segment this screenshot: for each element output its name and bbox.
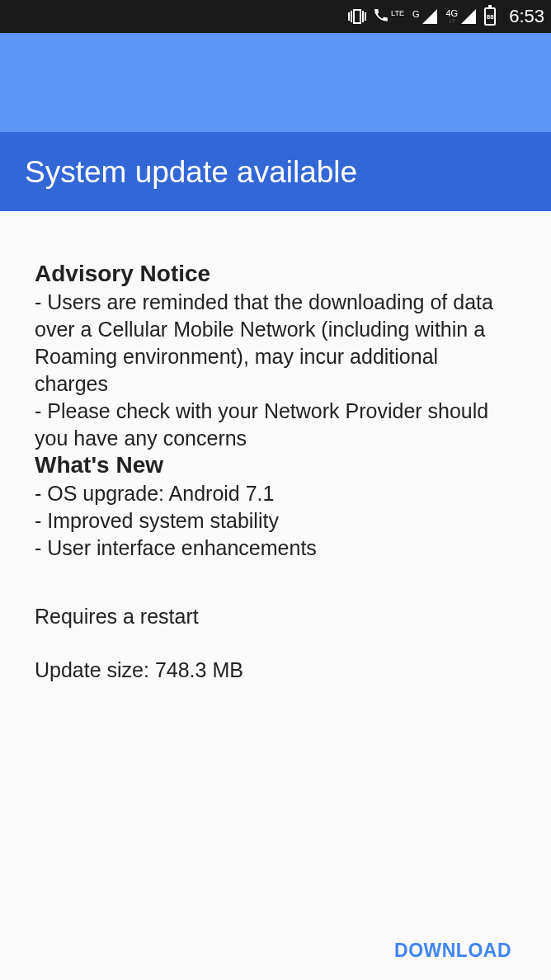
whatsnew-line-1: - OS upgrade: Android 7.1 — [35, 480, 516, 507]
battery-percentage: 88 — [487, 13, 494, 21]
footer-actions: DOWNLOAD — [394, 940, 511, 962]
signal-1: G — [412, 9, 438, 24]
lte-label: LTE — [391, 9, 404, 17]
download-button[interactable]: DOWNLOAD — [394, 940, 511, 962]
battery-icon: 88 — [484, 7, 496, 26]
signal-icon-2 — [461, 9, 476, 24]
restart-notice: Requires a restart — [35, 603, 516, 630]
update-size: Update size: 748.3 MB — [35, 657, 516, 684]
whatsnew-line-3: - User interface enhancements — [35, 535, 516, 562]
whatsnew-heading: What's New — [35, 452, 516, 478]
advisory-heading: Advisory Notice — [35, 261, 516, 287]
content-area: Advisory Notice - Users are reminded tha… — [0, 211, 551, 700]
vibrate-icon — [348, 9, 366, 24]
whatsnew-line-2: - Improved system stability — [35, 507, 516, 535]
phone-lte-icon: LTE — [374, 9, 404, 24]
status-bar: LTE G 4G ↓↑ 88 6:53 — [0, 0, 551, 33]
header-banner — [0, 33, 551, 132]
clock: 6:53 — [509, 6, 544, 27]
data-arrows-icon: ↓↑ — [449, 18, 455, 25]
signal-2: 4G ↓↑ — [445, 9, 476, 25]
status-icons: LTE G 4G ↓↑ 88 6:53 — [348, 6, 544, 27]
g-label: G — [412, 9, 420, 19]
header-title-bar: System update available — [0, 132, 551, 211]
signal-icon — [422, 9, 437, 24]
net-4g-label: 4G ↓↑ — [445, 9, 458, 25]
advisory-text-2: - Please check with your Network Provide… — [35, 398, 516, 452]
page-title: System update available — [25, 155, 526, 190]
advisory-text-1: - Users are reminded that the downloadin… — [35, 289, 516, 398]
